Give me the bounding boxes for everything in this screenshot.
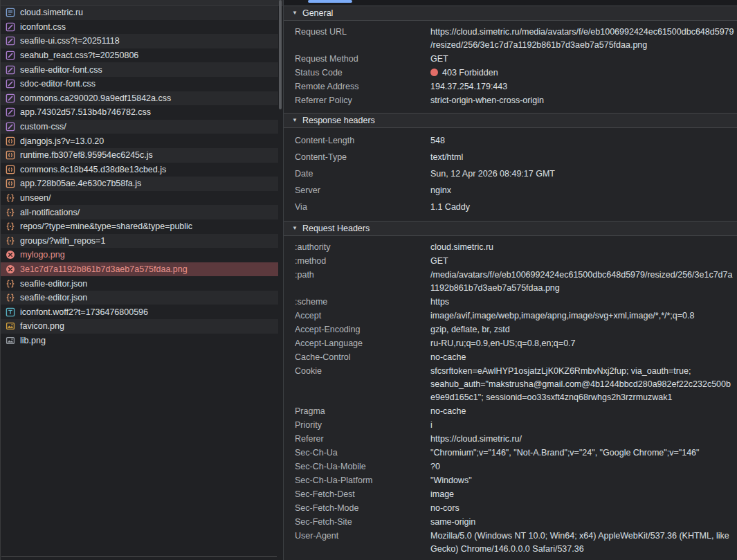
network-request-row[interactable]: iconfont.woff2?t=1736476800596: [1, 305, 278, 319]
header-row: Via1.1 Caddy: [284, 199, 737, 215]
header-row: Pragmano-cache: [284, 404, 737, 418]
header-value-text: ?0: [430, 462, 440, 471]
request-list-bottom-border: [1, 556, 277, 557]
header-name: Sec-Ch-Ua: [284, 446, 430, 460]
header-name: Sec-Ch-Ua-Mobile: [284, 460, 430, 473]
stylesheet-icon: [6, 107, 15, 117]
request-name-label: custom-css/: [20, 122, 66, 132]
network-request-row[interactable]: runtime.fb307ef8.95954ec6245c.js: [1, 148, 278, 163]
fetch-icon: [6, 193, 15, 203]
section-title: Response headers: [302, 114, 375, 127]
section-header[interactable]: ▼Response headers: [284, 113, 737, 128]
document-icon: [6, 8, 15, 17]
network-request-row[interactable]: unseen/: [1, 191, 278, 206]
script-icon: [6, 179, 15, 188]
header-name: Sec-Fetch-Dest: [284, 488, 430, 501]
header-value-text: same-origin: [430, 517, 475, 527]
section-header[interactable]: ▼Request Headers: [284, 221, 737, 236]
header-name: Sec-Ch-Ua-Platform: [284, 474, 430, 487]
header-value-text: gzip, deflate, br, zstd: [430, 325, 510, 334]
header-name: :method: [284, 255, 430, 268]
network-request-row[interactable]: mylogo.png: [1, 248, 278, 262]
header-row: Sec-Fetch-Modeno-cors: [284, 501, 737, 515]
network-request-row[interactable]: 3e1c7d7a1192b861b7d3aeb7a575fdaa.png: [1, 262, 278, 277]
request-name-label: unseen/: [20, 193, 51, 203]
header-value: Mozilla/5.0 (Windows NT 10.0; Win64; x64…: [430, 530, 737, 556]
request-name-label: cloud.simetric.ru: [20, 8, 83, 17]
network-request-row[interactable]: custom-css/: [1, 120, 278, 134]
collapse-arrow-icon: ▼: [292, 222, 298, 235]
header-value-text: i: [430, 420, 433, 430]
header-name: Referer: [284, 433, 430, 446]
header-name: :authority: [284, 241, 430, 254]
header-value: 403 Forbidden: [430, 66, 737, 80]
error-icon: [6, 264, 15, 274]
header-name: Sec-Fetch-Mode: [284, 502, 430, 515]
network-request-row[interactable]: commons.8c18b445.d38d8e13cbed.js: [1, 163, 278, 177]
network-request-row[interactable]: all-notifications/: [1, 205, 278, 219]
devtools-network-panel: cloud.simetric.ruiconfont.cssseafile-ui.…: [0, 0, 737, 560]
section-title: Request Headers: [302, 222, 370, 235]
header-name: Content-Length: [284, 134, 430, 147]
header-value-text: https://cloud.simetric.ru/: [430, 434, 522, 444]
network-request-row[interactable]: commons.ca290020.9a9edf15842a.css: [1, 91, 278, 106]
header-value: 548: [430, 134, 737, 147]
network-request-row[interactable]: djangojs.js?v=13.0.20: [1, 134, 278, 148]
fetch-icon: [6, 222, 15, 231]
header-value: gzip, deflate, br, zstd: [430, 323, 737, 336]
header-value: sfcsrftoken=eAwlHYP1osjatzLjK0KZ6RmbvNxj…: [430, 365, 737, 404]
network-request-row[interactable]: seafile-editor.json: [1, 291, 278, 305]
request-name-label: lib.png: [20, 336, 46, 345]
header-value-text: 1.1 Caddy: [430, 202, 470, 212]
header-name: Cache-Control: [284, 351, 430, 364]
header-row: Accept-Encodinggzip, deflate, br, zstd: [284, 323, 737, 336]
request-name-label: favicon.png: [20, 321, 64, 331]
header-value-text: 403 Forbidden: [442, 68, 498, 78]
script-icon: [6, 165, 15, 174]
header-row: :methodGET: [284, 254, 737, 268]
status-error-dot-icon: [430, 69, 438, 76]
header-value-text: nginx: [430, 186, 451, 195]
header-value-text: no-cors: [430, 503, 460, 513]
header-value: text/html: [430, 151, 737, 164]
network-request-row[interactable]: app.728b05ae.4e630c7b58fa.js: [1, 177, 278, 191]
header-value-text: Mozilla/5.0 (Windows NT 10.0; Win64; x64…: [430, 531, 729, 554]
header-name: :scheme: [284, 296, 430, 309]
network-request-row[interactable]: seafile-editor.json: [1, 276, 278, 291]
fetch-icon: [6, 293, 15, 302]
network-request-row[interactable]: sdoc-editor-font.css: [1, 77, 278, 91]
header-name: User-Agent: [284, 530, 430, 543]
stylesheet-icon: [6, 51, 15, 60]
header-value: 194.37.254.179:443: [430, 80, 737, 93]
network-request-row[interactable]: cloud.simetric.ru: [1, 6, 278, 20]
header-row: Sec-Ch-Ua"Chromium";v="146", "Not-A.Bran…: [284, 446, 737, 460]
network-request-row[interactable]: favicon.png: [1, 319, 278, 334]
request-name-label: app.728b05ae.4e630c7b58fa.js: [20, 179, 141, 188]
network-request-row[interactable]: repos/?type=mine&type=shared&type=public: [1, 219, 278, 234]
network-request-row[interactable]: groups/?with_repos=1: [1, 234, 278, 249]
headers-detail-panel: ▼GeneralRequest URLhttps://cloud.simetri…: [283, 0, 737, 560]
network-request-row[interactable]: iconfont.css: [1, 20, 278, 35]
network-request-row[interactable]: app.74302d57.513b4b746782.css: [1, 105, 278, 120]
header-value: image: [430, 488, 737, 501]
network-request-row[interactable]: seafile-ui.css?t=20251118: [1, 34, 278, 48]
network-request-row[interactable]: lib.png: [1, 334, 278, 348]
section-header[interactable]: ▼General: [284, 6, 737, 21]
header-row: DateSun, 12 Apr 2026 08:49:17 GMT: [284, 165, 737, 182]
network-request-row[interactable]: seafile-editor-font.css: [1, 62, 278, 77]
header-value: GET: [430, 53, 737, 66]
scrollbar-thumb[interactable]: [279, 0, 282, 109]
header-row: Sec-Ch-Ua-Platform"Windows": [284, 473, 737, 487]
network-request-row[interactable]: seahub_react.css?t=20250806: [1, 48, 278, 63]
request-name-label: djangojs.js?v=13.0.20: [20, 136, 104, 146]
header-name: Request Method: [284, 53, 430, 66]
header-value-text: "Windows": [430, 476, 472, 485]
header-value: 1.1 Caddy: [430, 201, 737, 214]
request-name-label: seafile-editor.json: [20, 279, 87, 289]
header-value-text: "Chromium";v="146", "Not-A.Brand";v="24"…: [430, 448, 700, 458]
header-row: Cookiesfcsrftoken=eAwlHYP1osjatzLjK0KZ6R…: [284, 364, 737, 404]
header-name: Status Code: [284, 66, 430, 80]
header-value: strict-origin-when-cross-origin: [430, 94, 737, 107]
header-row: Priorityi: [284, 418, 737, 432]
header-name: Accept: [284, 309, 430, 323]
